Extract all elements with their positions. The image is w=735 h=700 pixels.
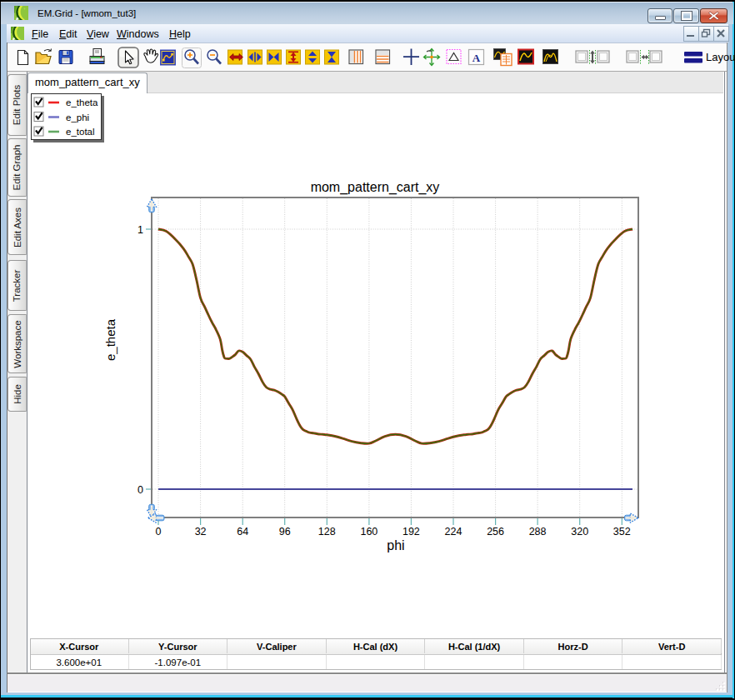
svg-text:64: 64 (237, 526, 248, 538)
svg-text:e_total: e_total (66, 127, 95, 137)
svg-text:256: 256 (487, 526, 504, 538)
svg-text:32: 32 (195, 526, 207, 538)
svg-text:e_theta: e_theta (103, 318, 118, 361)
svg-text:128: 128 (318, 526, 336, 538)
svg-text:A: A (472, 52, 481, 64)
svg-text:192: 192 (402, 526, 420, 538)
svg-text:0: 0 (138, 484, 143, 496)
svg-text:352: 352 (613, 526, 631, 538)
svg-text:160: 160 (360, 526, 378, 538)
svg-text:0: 0 (156, 526, 162, 538)
svg-text:Layout: Layout (706, 51, 735, 63)
svg-text:1: 1 (138, 224, 143, 236)
svg-text:320: 320 (571, 526, 588, 538)
svg-text:mom_pattern_cart_xy: mom_pattern_cart_xy (311, 180, 440, 195)
svg-text:224: 224 (445, 526, 462, 538)
svg-text:96: 96 (279, 526, 291, 538)
svg-text:e_theta: e_theta (66, 98, 98, 108)
svg-text:phi: phi (387, 538, 404, 552)
svg-text:e_phi: e_phi (66, 112, 89, 122)
svg-text:288: 288 (529, 526, 547, 538)
